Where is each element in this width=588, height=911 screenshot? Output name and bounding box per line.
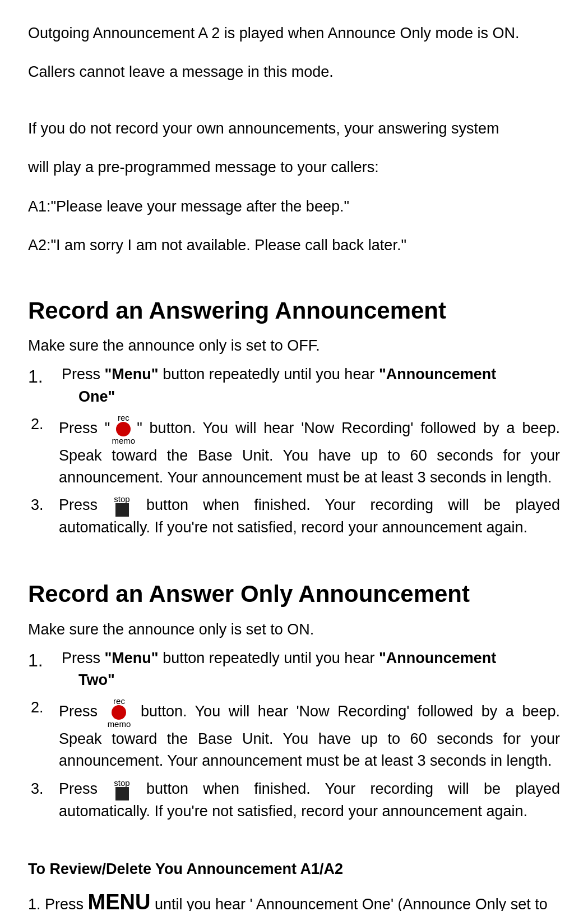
rec-memo-icon: rec memo xyxy=(108,697,131,728)
red-circle-icon xyxy=(116,422,131,436)
intro-line7: A2:"I am sorry I am not available. Pleas… xyxy=(28,234,560,256)
stop-label: stop xyxy=(114,495,129,503)
section2-make-sure: Make sure the announce only is set to ON… xyxy=(28,619,560,641)
list-item: 1. Press "Menu" button repeatedly until … xyxy=(28,364,560,407)
menu-large-text: MENU xyxy=(88,890,151,911)
memo-label: memo xyxy=(112,436,135,445)
section3-heading: To Review/Delete You Announcement A1/A2 xyxy=(28,858,560,880)
section1-make-sure: Make sure the announce only is set to OF… xyxy=(28,335,560,357)
rec-label: rec xyxy=(113,697,125,705)
step-content: Press stop button when finished. Your re… xyxy=(59,494,560,539)
step-content: Press " rec memo " button. You will hear… xyxy=(59,413,560,489)
step1-before: 1. Press xyxy=(28,896,88,911)
section1: Record an Answering Announcement Make su… xyxy=(28,297,560,539)
red-circle-icon xyxy=(112,705,126,720)
step-content: Press stop button when finished. Your re… xyxy=(59,778,560,823)
section2-steps: 1. Press "Menu" button repeatedly until … xyxy=(28,647,560,822)
step-content: Press rec memo button. You will hear 'No… xyxy=(59,697,560,772)
step-content: Press "Menu" button repeatedly until you… xyxy=(62,647,560,691)
step-number: 1. xyxy=(28,647,62,673)
menu-keyword: "Menu" xyxy=(105,650,159,666)
stop-label: stop xyxy=(114,779,129,787)
step-number: 2. xyxy=(28,413,59,435)
memo-label: memo xyxy=(108,720,131,728)
section1-heading: Record an Answering Announcement xyxy=(28,297,560,325)
intro-line5: will play a pre-programmed message to yo… xyxy=(28,157,560,178)
stop-square-icon xyxy=(115,503,129,517)
step-content: Press "Menu" button repeatedly until you… xyxy=(62,364,560,407)
intro-line1: Outgoing Announcement A 2 is played when… xyxy=(28,22,560,44)
stop-icon: stop xyxy=(114,779,129,800)
list-item: 2. Press " rec memo " button. You will h… xyxy=(28,413,560,489)
section3-step1: 1. Press MENU until you hear ' Announcem… xyxy=(28,887,560,911)
list-item: 2. Press rec memo button. You will hear … xyxy=(28,697,560,772)
section2-heading: Record an Answer Only Announcement xyxy=(28,580,560,608)
stop-square-icon xyxy=(115,787,129,800)
step-number: 3. xyxy=(28,778,59,800)
intro-line2: Callers cannot leave a message in this m… xyxy=(28,61,560,83)
section1-steps: 1. Press "Menu" button repeatedly until … xyxy=(28,364,560,539)
intro-section: Outgoing Announcement A 2 is played when… xyxy=(28,22,560,256)
intro-line4: If you do not record your own announceme… xyxy=(28,118,560,140)
menu-keyword: "Menu" xyxy=(105,366,159,383)
stop-icon: stop xyxy=(114,495,129,517)
step-number: 2. xyxy=(28,697,59,719)
list-item: 3. Press stop button when finished. Your… xyxy=(28,778,560,823)
section3-heading-text: To Review/Delete You Announcement A1/A2 xyxy=(28,861,343,877)
rec-label: rec xyxy=(118,413,129,422)
list-item: 1. Press "Menu" button repeatedly until … xyxy=(28,647,560,691)
rec-memo-icon: rec memo xyxy=(112,413,135,445)
intro-line6: A1:"Please leave your message after the … xyxy=(28,196,560,218)
step-number: 3. xyxy=(28,494,59,516)
section2: Record an Answer Only Announcement Make … xyxy=(28,580,560,822)
section3: To Review/Delete You Announcement A1/A2 … xyxy=(28,858,560,911)
step-number: 1. xyxy=(28,364,62,389)
list-item: 3. Press stop button when finished. Your… xyxy=(28,494,560,539)
step1-after: until you hear ' Announcement One' (Anno… xyxy=(150,896,547,911)
